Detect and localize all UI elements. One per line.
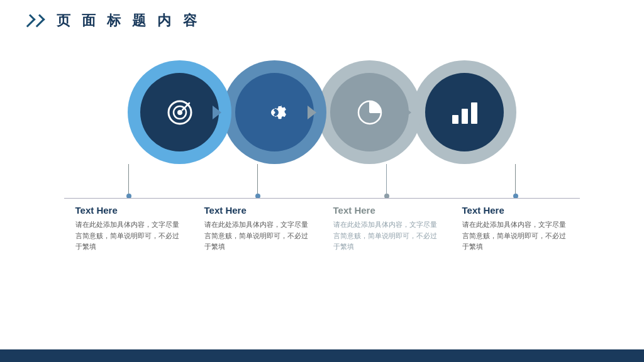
label-4: Text Here 请在此处添加具体内容，文字尽量言简意赅，简单说明即可，不必过…: [462, 205, 569, 253]
svg-point-2: [177, 110, 182, 115]
label-title-2: Text Here: [204, 205, 311, 216]
vert-line-4: [513, 164, 518, 199]
vert-line-2: [255, 164, 260, 199]
connector-lines: [64, 164, 580, 199]
label-desc-4: 请在此处添加具体内容，文字尽量言简意赅，简单说明即可，不必过于繁填: [462, 219, 569, 253]
label-desc-1: 请在此处添加具体内容，文字尽量言简意赅，简单说明即可，不必过于繁填: [75, 219, 182, 253]
label-1: Text Here 请在此处添加具体内容，文字尽量言简意赅，简单说明即可，不必过…: [75, 205, 182, 253]
label-3: Text Here 请在此处添加具体内容，文字尽量言简意赅，简单说明即可，不必过…: [333, 205, 440, 253]
label-2: Text Here 请在此处添加具体内容，文字尽量言简意赅，简单说明即可，不必过…: [204, 205, 311, 253]
vert-line-1: [126, 164, 131, 199]
arrow-3: [402, 106, 411, 119]
label-desc-2: 请在此处添加具体内容，文字尽量言简意赅，简单说明即可，不必过于繁填: [204, 219, 311, 253]
bottom-bar: [0, 349, 644, 362]
svg-rect-9: [462, 109, 468, 124]
label-desc-3: 请在此处添加具体内容，文字尽量言简意赅，简单说明即可，不必过于繁填: [333, 219, 440, 253]
page-title: 页 面 标 题 内 容: [57, 11, 201, 30]
svg-rect-8: [452, 115, 458, 124]
header: 页 面 标 题 内 容: [0, 0, 644, 41]
circles-container: [128, 60, 516, 164]
target-icon: [163, 96, 197, 129]
arrow-1: [213, 106, 221, 119]
bar-chart-icon: [448, 96, 481, 129]
gear-icon: [257, 95, 292, 130]
label-title-1: Text Here: [75, 205, 182, 216]
label-title-3: Text Here: [333, 205, 440, 216]
arrow-2: [308, 106, 316, 119]
baseline: [64, 198, 580, 199]
vert-line-3: [384, 164, 389, 199]
labels-row: Text Here 请在此处添加具体内容，文字尽量言简意赅，简单说明即可，不必过…: [64, 205, 580, 253]
label-title-4: Text Here: [462, 205, 569, 216]
double-chevron-icon: [25, 15, 44, 26]
circle-4: [413, 60, 516, 164]
pie-icon: [352, 95, 387, 130]
svg-rect-10: [471, 102, 477, 124]
main-content: Text Here 请在此处添加具体内容，文字尽量言简意赅，简单说明即可，不必过…: [0, 41, 644, 253]
